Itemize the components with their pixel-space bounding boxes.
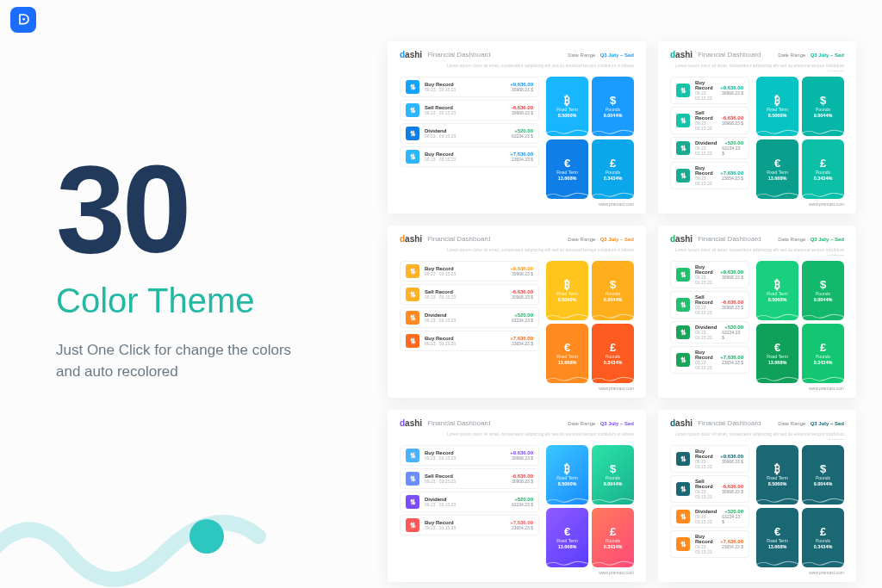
dashboard-preview-card: dashiFinancial DashboardDate Range :Q3 J… bbox=[658, 41, 856, 214]
row-icon: ⇅ bbox=[676, 482, 690, 496]
dashboard-lorem: Lorem ipsum dolor sit amet, consectetur … bbox=[400, 431, 634, 440]
row-date: 09.23 . 03:15:23 bbox=[695, 145, 717, 156]
record-row: ⇅Sell Record09.23 . 03:15:23-6,636.00309… bbox=[400, 284, 539, 305]
tile-percent: 8.5060% bbox=[558, 113, 577, 118]
tile-label: Pounds bbox=[606, 538, 620, 543]
currency-tile: £Pounds0.3434% bbox=[802, 324, 844, 383]
row-subvalue: 30968.23 $ bbox=[512, 479, 533, 484]
row-icon: ⇅ bbox=[406, 80, 419, 94]
row-icon: ⇅ bbox=[406, 311, 419, 325]
dashboard-preview-card: dashiFinancial DashboardDate Range :Q3 J… bbox=[658, 226, 856, 398]
currency-tiles: ₿Fixed Term8.5060%$Pounds9.0044%€Fixed T… bbox=[756, 261, 844, 383]
row-subvalue: 30968.23 $ bbox=[722, 275, 743, 280]
row-subvalue: 30968.23 $ bbox=[512, 87, 533, 92]
row-title: Buy Record bbox=[695, 264, 715, 275]
dashboard-footer: www.premast.com bbox=[670, 386, 844, 391]
currency-tile: $Pounds9.0044% bbox=[592, 77, 634, 136]
tile-label: Pounds bbox=[816, 107, 830, 112]
record-row: ⇅Dividend09.23 . 03:15:23+520.0063234.23… bbox=[670, 505, 749, 528]
tile-label: Fixed Term bbox=[556, 475, 578, 480]
currency-tile: €Fixed Term13.668% bbox=[756, 139, 798, 199]
tile-percent: 9.0044% bbox=[814, 113, 833, 118]
dashboard-header: dashiFinancial DashboardDate Range :Q3 J… bbox=[670, 50, 844, 59]
currency-tile: £Pounds0.3434% bbox=[802, 139, 844, 199]
currency-tile: ₿Fixed Term8.5060% bbox=[546, 445, 588, 504]
row-date: 09.23 . 03:15:23 bbox=[425, 157, 505, 162]
currency-symbol-icon: € bbox=[774, 158, 780, 169]
tile-label: Fixed Term bbox=[767, 354, 788, 359]
currency-symbol-icon: ₿ bbox=[564, 95, 570, 106]
record-row: ⇅Sell Record09.23 . 03:15:23-6,636.00309… bbox=[670, 291, 749, 319]
currency-tiles: ₿Fixed Term8.5060%$Pounds9.0044%€Fixed T… bbox=[756, 77, 844, 199]
row-subvalue: 63234.23 $ bbox=[512, 502, 533, 507]
record-row: ⇅Buy Record09.23 . 03:15:23+7,636.002365… bbox=[400, 515, 539, 535]
record-row: ⇅Dividend09.23 . 03:15:23+520.0063234.23… bbox=[400, 123, 539, 144]
record-rows: ⇅Buy Record09.23 . 03:15:23+9,636.003096… bbox=[670, 445, 749, 567]
row-icon: ⇅ bbox=[676, 537, 690, 551]
dashboard-header: dashiFinancial DashboardDate Range :Q3 J… bbox=[670, 418, 844, 428]
row-date: 09.23 . 03:15:23 bbox=[425, 318, 506, 323]
currency-symbol-icon: $ bbox=[610, 463, 616, 474]
row-subvalue: 63234.23 $ bbox=[722, 330, 743, 340]
row-title: Sell Record bbox=[695, 479, 717, 489]
tile-label: Fixed Term bbox=[556, 107, 578, 112]
record-row: ⇅Buy Record09.23 . 03:15:23+9,636.003096… bbox=[400, 77, 539, 97]
currency-symbol-icon: £ bbox=[820, 526, 826, 537]
record-row: ⇅Buy Record09.23 . 03:15:23+7,636.002365… bbox=[400, 146, 539, 167]
tile-label: Pounds bbox=[606, 475, 620, 480]
dashboard-header: dashiFinancial DashboardDate Range :Q3 J… bbox=[670, 234, 844, 244]
row-icon: ⇅ bbox=[406, 288, 419, 301]
row-icon: ⇅ bbox=[406, 103, 419, 117]
currency-tile: ₿Fixed Term8.5060% bbox=[756, 445, 798, 504]
row-subvalue: 30968.23 $ bbox=[722, 459, 743, 464]
currency-symbol-icon: $ bbox=[820, 95, 826, 106]
row-date: 09.23 . 03:15:23 bbox=[695, 514, 717, 524]
dashboard-lorem: Lorem ipsum dolor sit amet, consectetur … bbox=[670, 247, 844, 256]
date-range: Date Range :Q3 July – Sed bbox=[568, 421, 634, 426]
currency-symbol-icon: ₿ bbox=[564, 463, 570, 474]
currency-symbol-icon: $ bbox=[610, 95, 616, 106]
row-subvalue: 23654.23 $ bbox=[512, 157, 533, 162]
dashboard-header: dashiFinancial DashboardDate Range :Q3 J… bbox=[400, 50, 634, 59]
currency-tiles: ₿Fixed Term8.5060%$Pounds9.0044%€Fixed T… bbox=[546, 77, 634, 199]
record-row: ⇅Buy Record09.23 . 03:15:23+9,636.003096… bbox=[670, 445, 749, 473]
record-row: ⇅Sell Record09.23 . 03:15:23-6,636.00309… bbox=[400, 100, 539, 121]
tile-percent: 8.5060% bbox=[768, 113, 787, 118]
row-date: 09.23 . 03:15:23 bbox=[425, 341, 505, 346]
dashboard-lorem: Lorem ipsum dolor sit amet, consectetur … bbox=[400, 247, 634, 256]
row-subvalue: 23654.23 $ bbox=[512, 341, 533, 346]
row-date: 09.23 . 03:15:23 bbox=[695, 330, 717, 340]
row-date: 09.23 . 03:15:23 bbox=[425, 455, 505, 461]
currency-tile: $Pounds9.0044% bbox=[802, 445, 844, 504]
currency-tile: ₿Fixed Term8.5060% bbox=[756, 261, 798, 320]
tile-percent: 8.5060% bbox=[558, 481, 577, 486]
row-title: Buy Record bbox=[695, 350, 715, 360]
currency-symbol-icon: £ bbox=[610, 342, 616, 353]
dashboard-logo: dashiFinancial Dashboard bbox=[400, 418, 491, 428]
row-title: Buy Record bbox=[695, 80, 715, 90]
tile-percent: 8.5060% bbox=[768, 297, 787, 302]
dashboard-lorem: Lorem ipsum dolor sit amet, consectetur … bbox=[670, 431, 844, 440]
record-row: ⇅Buy Record09.23 . 03:15:23+7,636.002365… bbox=[400, 331, 539, 351]
tile-percent: 13.668% bbox=[558, 544, 577, 549]
row-date: 09.23 . 03:15:23 bbox=[425, 525, 505, 530]
currency-symbol-icon: $ bbox=[820, 279, 826, 290]
row-icon: ⇅ bbox=[406, 127, 419, 140]
currency-symbol-icon: £ bbox=[610, 158, 616, 169]
row-date: 09.23 . 03:15:23 bbox=[695, 90, 715, 101]
tile-label: Fixed Term bbox=[556, 291, 578, 296]
tile-label: Pounds bbox=[606, 107, 620, 112]
row-icon: ⇅ bbox=[676, 452, 690, 466]
tile-label: Fixed Term bbox=[767, 107, 788, 112]
dashboard-header: dashiFinancial DashboardDate Range :Q3 J… bbox=[400, 418, 634, 428]
currency-symbol-icon: $ bbox=[610, 279, 616, 290]
dashboard-footer: www.premast.com bbox=[400, 386, 634, 391]
tile-percent: 13.668% bbox=[768, 360, 787, 365]
currency-symbol-icon: ₿ bbox=[774, 279, 780, 290]
tile-percent: 9.0044% bbox=[604, 113, 623, 118]
tile-label: Pounds bbox=[816, 291, 830, 296]
row-icon: ⇅ bbox=[676, 325, 690, 339]
tile-percent: 9.0044% bbox=[604, 297, 623, 302]
row-date: 09.23 . 03:15:23 bbox=[425, 502, 506, 507]
currency-tiles: ₿Fixed Term8.5060%$Pounds9.0044%€Fixed T… bbox=[546, 261, 634, 383]
